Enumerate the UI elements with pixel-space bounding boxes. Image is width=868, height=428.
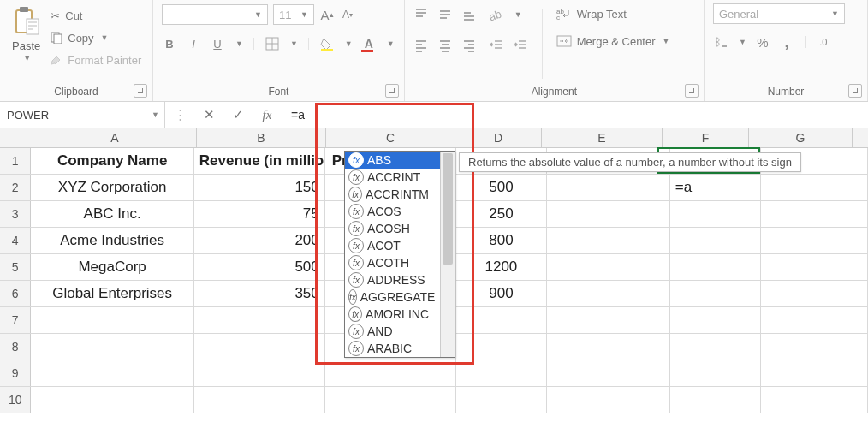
percent-button[interactable]: %	[755, 35, 770, 50]
align-middle-icon[interactable]	[437, 8, 453, 21]
cell[interactable]	[547, 254, 670, 280]
column-header[interactable]: B	[197, 128, 326, 147]
row-header[interactable]: 9	[0, 360, 31, 386]
cell[interactable]: Revenue (in millions)	[194, 148, 325, 174]
cell[interactable]: ABC Inc.	[31, 201, 193, 227]
font-color-button[interactable]: A	[361, 37, 377, 51]
name-box[interactable]: POWER ▼	[0, 102, 165, 128]
cell[interactable]: 500	[194, 254, 325, 280]
font-name-combo[interactable]: ▼	[162, 4, 268, 25]
row-header[interactable]: 5	[0, 254, 31, 280]
cell[interactable]	[194, 307, 325, 333]
column-header[interactable]: A	[33, 128, 197, 147]
cell[interactable]: 75	[194, 201, 325, 227]
enter-formula-button[interactable]: ✓	[223, 107, 253, 122]
increase-font-icon[interactable]: A▴	[319, 8, 335, 22]
column-header[interactable]: D	[455, 128, 542, 147]
align-top-icon[interactable]	[413, 8, 429, 21]
cell[interactable]: Company Name	[31, 148, 193, 174]
cell[interactable]	[547, 228, 670, 253]
cell[interactable]: 250	[456, 201, 547, 227]
row-header[interactable]: 1	[0, 148, 31, 174]
cell[interactable]	[456, 307, 547, 333]
cell[interactable]: 1200	[456, 254, 547, 280]
cell[interactable]	[670, 307, 761, 333]
italic-button[interactable]: I	[186, 38, 201, 51]
cell[interactable]: Acme Industries	[31, 228, 193, 253]
cell[interactable]	[761, 201, 868, 227]
cell[interactable]	[325, 360, 456, 386]
autocomplete-item[interactable]: fxABS	[345, 152, 455, 169]
row-header[interactable]: 8	[0, 334, 31, 360]
paste-button[interactable]: Paste ▼	[9, 3, 44, 64]
cancel-formula-button[interactable]: ✕	[194, 107, 223, 122]
decrease-indent-icon[interactable]	[489, 39, 504, 52]
autocomplete-item[interactable]: fxACOT	[345, 237, 455, 254]
wrap-text-button[interactable]: abc Wrap Text	[556, 3, 670, 24]
cell[interactable]	[547, 334, 670, 360]
cell[interactable]: MegaCorp	[31, 254, 193, 280]
increase-indent-icon[interactable]	[513, 39, 528, 52]
cell[interactable]	[670, 360, 761, 386]
autocomplete-item[interactable]: fxACCRINT	[345, 169, 455, 186]
dialog-launcher-number[interactable]	[848, 84, 862, 98]
cell[interactable]: 200	[194, 228, 325, 253]
cell[interactable]	[670, 387, 761, 413]
column-header[interactable]: C	[326, 128, 455, 147]
select-all-corner[interactable]	[0, 128, 33, 147]
cell[interactable]: 800	[456, 228, 547, 253]
align-right-icon[interactable]	[461, 39, 477, 52]
number-format-combo[interactable]: General ▼	[713, 3, 845, 24]
row-header[interactable]: 3	[0, 201, 31, 227]
cell[interactable]	[547, 201, 670, 227]
autocomplete-item[interactable]: fxAND	[345, 323, 455, 340]
dialog-launcher-clipboard[interactable]	[134, 84, 147, 98]
cell[interactable]	[547, 281, 670, 306]
cell[interactable]	[670, 281, 761, 306]
cell[interactable]: Global Enterprises	[31, 281, 193, 306]
cell[interactable]	[670, 201, 761, 227]
cell[interactable]	[670, 254, 761, 280]
cell[interactable]	[761, 254, 868, 280]
accounting-format-button[interactable]	[713, 36, 728, 48]
orientation-button[interactable]: ab	[489, 8, 504, 21]
dialog-launcher-alignment[interactable]	[685, 84, 699, 98]
cell[interactable]	[670, 334, 761, 360]
align-center-icon[interactable]	[437, 39, 453, 52]
cell[interactable]	[761, 281, 868, 306]
cell[interactable]: XYZ Corporation	[31, 175, 193, 200]
cell[interactable]	[547, 360, 670, 386]
underline-button[interactable]: U	[210, 38, 225, 51]
scrollbar-thumb[interactable]	[443, 153, 453, 265]
merge-center-button[interactable]: Merge & Center ▼	[556, 31, 670, 51]
autocomplete-item[interactable]: fxACOTH	[345, 254, 455, 271]
borders-button[interactable]	[265, 37, 280, 51]
format-painter-button[interactable]: Format Painter	[51, 50, 141, 70]
insert-function-button[interactable]: fx	[253, 108, 282, 122]
cell[interactable]: 150	[194, 175, 325, 200]
autocomplete-item[interactable]: fxARABIC	[345, 340, 455, 357]
cell[interactable]: =a	[670, 175, 761, 200]
column-header[interactable]: G	[749, 128, 853, 147]
row-header[interactable]: 6	[0, 281, 31, 306]
autocomplete-item[interactable]: fxACOSH	[345, 220, 455, 237]
cell[interactable]	[761, 175, 868, 200]
autocomplete-item[interactable]: fxADDRESS	[345, 271, 455, 288]
dialog-launcher-font[interactable]	[385, 84, 399, 98]
cell[interactable]	[194, 387, 325, 413]
autocomplete-scrollbar[interactable]	[440, 152, 455, 357]
cell[interactable]	[761, 387, 868, 413]
autocomplete-item[interactable]: fxACCRINTM	[345, 186, 455, 203]
cell[interactable]	[761, 307, 868, 333]
align-left-icon[interactable]	[413, 39, 429, 52]
cell[interactable]	[31, 334, 193, 360]
cell[interactable]	[456, 360, 547, 386]
comma-button[interactable]: ,	[779, 33, 794, 51]
cell[interactable]: 900	[456, 281, 547, 306]
cell[interactable]	[31, 307, 193, 333]
cell[interactable]	[456, 387, 547, 413]
cell[interactable]	[456, 334, 547, 360]
row-header[interactable]: 2	[0, 175, 31, 200]
formula-expand-button[interactable]: ⋮	[165, 107, 194, 122]
cell[interactable]	[547, 307, 670, 333]
